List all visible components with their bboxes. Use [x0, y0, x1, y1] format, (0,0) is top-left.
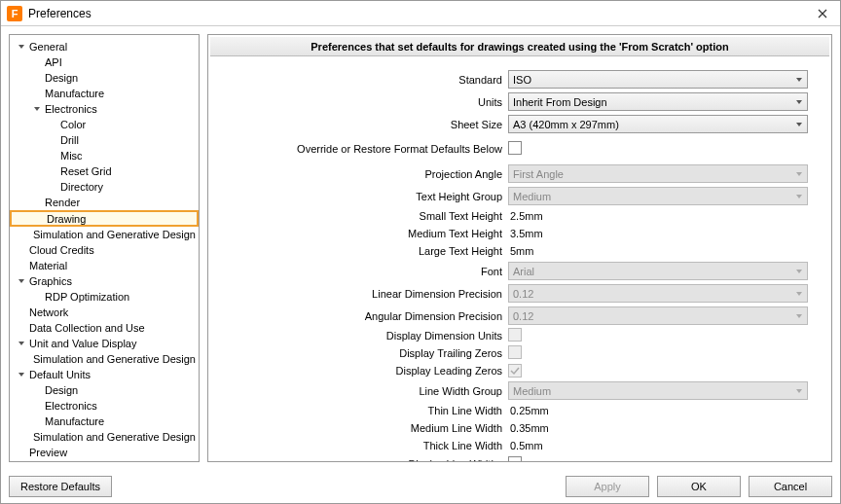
nav-tree[interactable]: General API Design Manufacture Electroni…	[9, 34, 200, 462]
settings-panel: Preferences that set defaults for drawin…	[207, 34, 832, 462]
tree-label: Material	[29, 260, 67, 271]
standard-select[interactable]: ISO	[508, 70, 808, 89]
thick-line-value: 0.5mm	[508, 440, 543, 451]
tree-rdp[interactable]: RDP Optimization	[10, 289, 199, 305]
tree-label: Preview	[29, 447, 67, 458]
footer: Restore Defaults Apply OK Cancel	[1, 470, 840, 503]
tree-graphics[interactable]: Graphics	[10, 273, 199, 289]
select-value: 0.12	[513, 288, 533, 300]
cancel-button[interactable]: Cancel	[749, 476, 832, 497]
select-value: 0.12	[513, 310, 533, 322]
tree-label: Directory	[60, 181, 103, 193]
label-line-width-group: Line Width Group	[216, 385, 508, 397]
label-small-text: Small Text Height	[216, 210, 508, 222]
tree-label: Drill	[60, 134, 79, 146]
angular-prec-select: 0.12	[508, 306, 808, 325]
medium-line-value: 0.35mm	[508, 422, 549, 434]
body: General API Design Manufacture Electroni…	[1, 26, 840, 470]
label-thin-line: Thin Line Width	[216, 405, 508, 416]
select-value: ISO	[513, 74, 531, 86]
label-units: Units	[216, 96, 508, 108]
tree-drill[interactable]: Drill	[10, 132, 199, 148]
tree-label: Unit and Value Display	[29, 338, 136, 349]
tree-render[interactable]: Render	[10, 195, 199, 210]
tree-label: Simulation and Generative Design	[33, 229, 196, 240]
select-value: Medium	[513, 385, 551, 397]
tree-material[interactable]: Material	[10, 258, 199, 273]
chevron-down-icon	[795, 288, 803, 300]
tree-label: Render	[45, 197, 80, 208]
tree-reset-grid[interactable]: Reset Grid	[10, 163, 199, 179]
tree-cloud-credits[interactable]: Cloud Credits	[10, 242, 199, 258]
chevron-down-icon	[31, 103, 43, 115]
tree-label: Misc	[60, 150, 83, 162]
tree-du-design[interactable]: Design	[10, 382, 199, 398]
tree-label: API	[45, 56, 62, 68]
restore-defaults-button[interactable]: Restore Defaults	[9, 476, 112, 497]
tree-label: Default Units	[29, 369, 91, 380]
tree-misc[interactable]: Misc	[10, 148, 199, 163]
tree-data-collection[interactable]: Data Collection and Use	[10, 320, 199, 336]
large-text-value: 5mm	[508, 245, 533, 257]
close-icon	[818, 9, 827, 18]
chevron-down-icon	[795, 168, 803, 180]
sheet-size-select[interactable]: A3 (420mm x 297mm)	[508, 115, 808, 133]
tree-sim-gen[interactable]: Simulation and Generative Design	[10, 227, 199, 242]
tree-label: Electronics	[45, 103, 97, 115]
tree-preview-features[interactable]: Preview Features	[10, 460, 199, 462]
tree-color[interactable]: Color	[10, 117, 199, 132]
tree-du-manufacture[interactable]: Manufacture	[10, 414, 199, 429]
override-checkbox[interactable]	[508, 141, 522, 155]
apply-button[interactable]: Apply	[566, 476, 649, 497]
units-select[interactable]: Inherit From Design	[508, 92, 808, 111]
tree-default-units[interactable]: Default Units	[10, 367, 199, 382]
tree-label: RDP Optimization	[45, 291, 129, 303]
tree-du-electronics[interactable]: Electronics	[10, 398, 199, 414]
medium-text-value: 3.5mm	[508, 228, 543, 239]
tree-api[interactable]: API	[10, 54, 199, 70]
tree-manufacture[interactable]: Manufacture	[10, 86, 199, 101]
form: Standard ISO Units Inherit From Design S…	[208, 58, 831, 461]
chevron-down-icon	[795, 119, 803, 130]
tree-electronics[interactable]: Electronics	[10, 101, 199, 117]
tree-label: Manufacture	[45, 415, 104, 427]
tree-sim-gen-2[interactable]: Simulation and Generative Design	[10, 351, 199, 367]
tree-label: Network	[29, 306, 68, 318]
label-thick-line: Thick Line Width	[216, 440, 508, 451]
tree-label: Cloud Credits	[29, 244, 94, 256]
label-large-text: Large Text Height	[216, 245, 508, 257]
tree-label: General	[29, 41, 67, 53]
chevron-down-icon	[795, 266, 803, 277]
thin-line-value: 0.25mm	[508, 405, 549, 416]
label-disp-line-widths: Display Line Widths	[216, 458, 508, 461]
tree-network[interactable]: Network	[10, 305, 199, 320]
disp-trailing-checkbox	[508, 345, 522, 359]
tree-label: Reset Grid	[60, 165, 112, 177]
tree-design[interactable]: Design	[10, 70, 199, 86]
chevron-down-icon	[795, 74, 803, 86]
ok-button[interactable]: OK	[657, 476, 741, 497]
line-width-group-select: Medium	[508, 381, 808, 400]
select-value: Inherit From Design	[513, 96, 607, 108]
chevron-down-icon	[16, 369, 27, 380]
tree-unit-value[interactable]: Unit and Value Display	[10, 336, 199, 351]
chevron-down-icon	[795, 96, 803, 108]
close-button[interactable]	[811, 5, 834, 22]
label-text-height-group: Text Height Group	[216, 191, 508, 202]
tree-label: Electronics	[45, 400, 97, 412]
tree-directory[interactable]: Directory	[10, 179, 199, 195]
tree-preview[interactable]: Preview	[10, 445, 199, 460]
label-standard: Standard	[216, 74, 508, 86]
chevron-down-icon	[795, 310, 803, 322]
chevron-down-icon	[16, 338, 27, 349]
label-projection: Projection Angle	[216, 168, 508, 180]
chevron-down-icon	[795, 385, 803, 397]
chevron-down-icon	[795, 191, 803, 202]
tree-general[interactable]: General	[10, 39, 199, 54]
disp-line-widths-checkbox[interactable]	[508, 456, 522, 461]
tree-drawing[interactable]: Drawing	[10, 210, 199, 227]
tree-du-sim-gen[interactable]: Simulation and Generative Design	[10, 429, 199, 445]
label-sheet-size: Sheet Size	[216, 119, 508, 130]
projection-select: First Angle	[508, 164, 808, 183]
window-title: Preferences	[28, 7, 811, 20]
